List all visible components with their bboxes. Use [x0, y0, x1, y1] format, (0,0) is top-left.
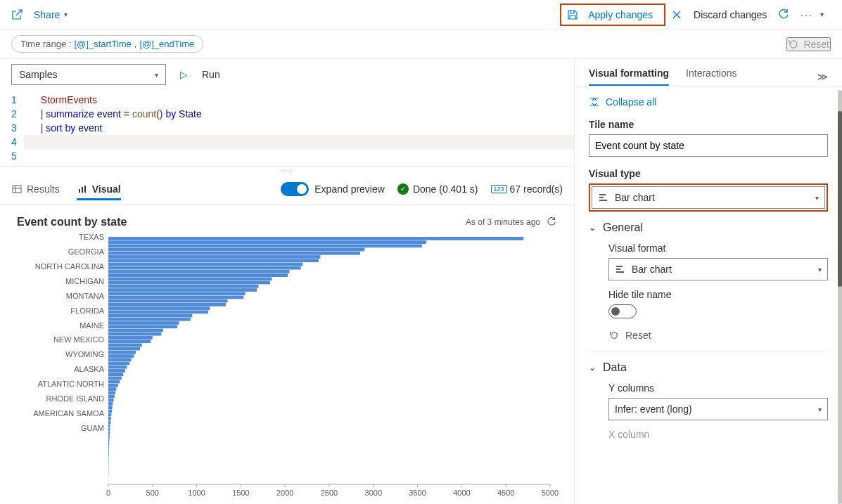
svg-rect-15 — [108, 270, 289, 273]
svg-rect-43 — [108, 373, 123, 376]
svg-rect-38 — [108, 354, 134, 358]
svg-text:MICHIGAN: MICHIGAN — [65, 277, 104, 285]
visual-tab[interactable]: Visual — [77, 178, 121, 200]
ycolumns-select[interactable]: Infer: event (long) ▾ — [608, 398, 828, 420]
reset-general-button[interactable]: Reset — [608, 330, 828, 341]
chevron-down-icon: ⌄ — [589, 363, 596, 373]
results-tab[interactable]: Results — [11, 178, 60, 200]
share-icon — [11, 9, 23, 20]
visual-type-label: Visual type — [589, 168, 828, 179]
svg-text:GEORGIA: GEORGIA — [68, 247, 105, 256]
share-button[interactable]: Share▾ — [28, 6, 73, 23]
record-count[interactable]: 123 67 record(s) — [491, 183, 563, 195]
svg-rect-10 — [108, 252, 360, 255]
query-editor[interactable]: 12345 StormEvents | summarize event = co… — [0, 90, 574, 167]
parameter-row: Time range : [@]_startTime, [@]_endTime … — [0, 30, 842, 59]
svg-rect-11 — [108, 255, 320, 259]
svg-text:1000: 1000 — [188, 489, 205, 497]
reset-parameters-button[interactable]: Reset — [786, 37, 831, 51]
svg-rect-32 — [108, 332, 161, 336]
visual-format-value: Bar chart — [632, 264, 672, 275]
chevron-down-icon: ▾ — [155, 71, 158, 79]
section-data-label: Data — [603, 361, 627, 374]
svg-rect-61 — [108, 439, 110, 442]
svg-rect-6 — [108, 237, 523, 240]
svg-rect-22 — [108, 296, 243, 299]
results-tab-label: Results — [27, 183, 60, 195]
pill-var-start: [@]_startTime — [75, 39, 132, 49]
chevron-down-icon: ▾ — [818, 266, 822, 273]
apply-changes-highlight: Apply changes — [560, 4, 665, 26]
svg-rect-41 — [108, 366, 127, 369]
svg-rect-111 — [599, 197, 604, 198]
svg-text:WYOMING: WYOMING — [65, 350, 104, 358]
ycolumns-value: Infer: event (long) — [615, 403, 692, 415]
visual-tab-label: Visual — [92, 183, 121, 195]
svg-rect-66 — [108, 457, 109, 460]
expand-preview-label: Expand preview — [314, 183, 385, 195]
reset-label: Reset — [803, 39, 829, 50]
svg-rect-50 — [108, 399, 114, 402]
collapse-all-label: Collapse all — [606, 96, 656, 108]
hide-tile-toggle[interactable] — [608, 304, 637, 318]
apply-changes-button[interactable]: Apply changes — [582, 6, 658, 23]
collapse-all-button[interactable]: Collapse all — [589, 96, 828, 108]
section-general-header[interactable]: ⌄ General — [589, 221, 828, 234]
svg-rect-19 — [108, 285, 259, 288]
section-general-label: General — [603, 221, 643, 234]
expand-preview-toggle[interactable] — [281, 182, 309, 196]
svg-rect-31 — [108, 329, 163, 332]
svg-text:NORTH CAROLINA: NORTH CAROLINA — [35, 262, 105, 271]
chevron-down-icon: ▾ — [818, 406, 822, 413]
run-button[interactable]: ▷ Run — [180, 69, 220, 80]
svg-rect-36 — [108, 347, 140, 351]
tab-interactions[interactable]: Interactions — [686, 67, 736, 86]
svg-text:MONTANA: MONTANA — [66, 292, 105, 300]
tab-visual-formatting[interactable]: Visual formatting — [589, 67, 669, 86]
collapse-icon — [589, 96, 600, 108]
formatting-pane: Visual formatting Interactions ≫ Collaps… — [575, 59, 842, 504]
svg-rect-44 — [108, 377, 122, 380]
visual-format-label: Visual format — [608, 243, 828, 254]
save-icon — [567, 9, 578, 20]
tile-name-input[interactable] — [589, 134, 828, 157]
chart-panel: Event count by state As of 3 minutes ago… — [0, 205, 574, 504]
success-icon: ✓ — [397, 183, 409, 195]
chart-icon — [77, 183, 88, 195]
refresh-icon[interactable] — [778, 9, 789, 20]
visual-format-select[interactable]: Bar chart ▾ — [608, 258, 828, 280]
svg-text:4500: 4500 — [497, 489, 514, 497]
reset-icon — [608, 330, 620, 341]
visual-type-highlight: Bar chart ▾ — [589, 183, 828, 212]
svg-rect-113 — [616, 266, 623, 267]
svg-rect-37 — [108, 351, 136, 354]
scrollbar[interactable] — [838, 90, 842, 504]
bar-chart: TEXASGEORGIANORTH CAROLINAMICHIGANMONTAN… — [17, 228, 557, 501]
database-select[interactable]: Samples ▾ — [11, 64, 166, 85]
chart-title: Event count by state — [17, 216, 127, 228]
time-range-pill[interactable]: Time range : [@]_startTime, [@]_endTime — [11, 35, 203, 53]
more-menu-button[interactable]: ···▾ — [795, 6, 831, 23]
horizontal-splitter[interactable]: ···· — [0, 167, 574, 174]
editor-code[interactable]: StormEvents | summarize event = count() … — [24, 90, 574, 166]
svg-rect-20 — [108, 288, 257, 292]
discard-changes-button[interactable]: Discard changes — [688, 6, 772, 23]
visual-type-select[interactable]: Bar chart ▾ — [592, 186, 825, 209]
pill-var-end: [@]_endTime — [139, 39, 194, 49]
share-label: Share — [34, 9, 60, 20]
section-data-header[interactable]: ⌄ Data — [589, 361, 828, 374]
run-label: Run — [202, 69, 220, 80]
svg-rect-55 — [108, 417, 111, 420]
svg-rect-62 — [108, 443, 109, 446]
svg-rect-28 — [108, 318, 191, 321]
svg-rect-18 — [108, 281, 270, 285]
ycolumns-label: Y columns — [608, 382, 828, 394]
refresh-icon[interactable] — [546, 217, 557, 228]
svg-text:4000: 4000 — [453, 489, 470, 497]
svg-text:2000: 2000 — [276, 489, 293, 497]
svg-text:2500: 2500 — [321, 489, 338, 497]
expand-pane-icon[interactable]: ≫ — [817, 71, 828, 82]
svg-rect-12 — [108, 259, 319, 262]
record-icon: 123 — [491, 185, 507, 193]
svg-rect-29 — [108, 321, 179, 325]
